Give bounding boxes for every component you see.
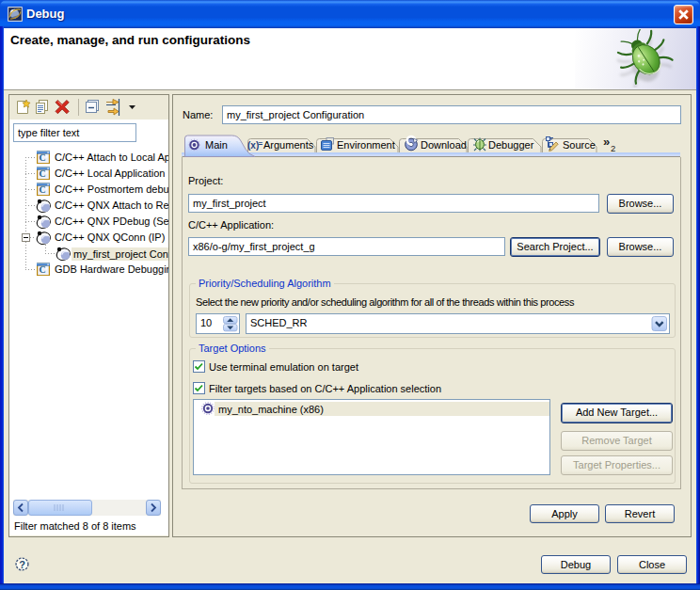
svg-text:=: = <box>259 139 263 148</box>
svg-text:C: C <box>40 168 46 179</box>
svg-text:Source: Source <box>563 139 596 151</box>
svg-text:2: 2 <box>611 143 615 153</box>
svg-text:Main: Main <box>205 139 228 151</box>
svg-text:(x): (x) <box>247 140 259 151</box>
svg-text:C: C <box>40 152 46 163</box>
svg-text:»: » <box>603 135 610 149</box>
svg-text:?: ? <box>19 559 25 570</box>
svg-text:C: C <box>40 264 46 275</box>
svg-text:C: C <box>40 184 46 195</box>
svg-text:Debugger: Debugger <box>488 139 534 151</box>
svg-text:Environment: Environment <box>337 139 395 151</box>
svg-text:Download: Download <box>421 139 467 151</box>
svg-text:Arguments: Arguments <box>263 139 314 151</box>
